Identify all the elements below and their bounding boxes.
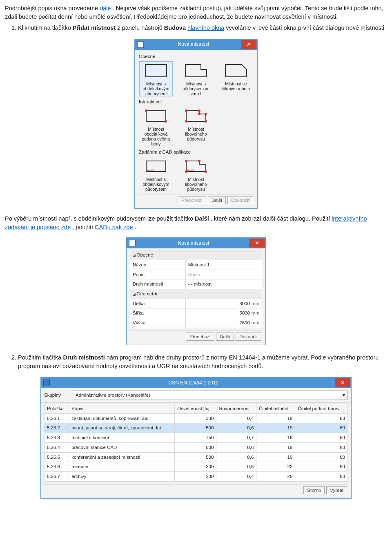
prop-desc-label: Popis — [130, 270, 186, 279]
table-row[interactable]: 5.26.3technické kreslení7500,71680 — [45, 433, 348, 443]
table-row[interactable]: 5.26.2psaní, psaní na stroji, čtení, zpr… — [45, 423, 348, 433]
dialog2-title: Nová místnost — [138, 240, 249, 247]
chevron-down-icon: ▾ — [343, 392, 345, 399]
col-desc[interactable]: Popis — [69, 404, 175, 414]
dialog-standard-rooms: ČSN EN 12464-1:2012 ✕ Skupiny Administra… — [40, 377, 352, 499]
dlg1-finish-button[interactable]: Dokončit — [227, 196, 253, 205]
intro-text-a: Podrobnější popis okna provedeme — [5, 5, 100, 11]
svg-point-3 — [165, 120, 167, 123]
mid-paragraph: Po výběru místnosti např. s obdélníkovým… — [5, 214, 387, 232]
table-row[interactable]: 5.26.7archivy2000,42580 — [45, 471, 348, 481]
svg-rect-0 — [145, 65, 167, 77]
col-lx[interactable]: Osvětlenost [lx] — [175, 404, 216, 414]
svg-point-7 — [205, 113, 207, 115]
col-rov[interactable]: Rovnoměrnost — [216, 404, 256, 414]
col-ugr[interactable]: Činitel oslnění — [256, 404, 295, 414]
svg-point-8 — [205, 120, 207, 123]
step1-link-main-window[interactable]: hlavního okna — [187, 25, 224, 31]
svg-point-5 — [198, 109, 200, 112]
dialog-new-room-shapes: Nová místnost ✕ Obecné Místnost s obdéln… — [134, 39, 258, 209]
prop-length-value[interactable]: 8000mm — [185, 299, 262, 308]
app-icon — [43, 380, 50, 386]
close-icon[interactable]: ✕ — [249, 239, 265, 248]
svg-point-9 — [185, 120, 187, 123]
svg-point-4 — [185, 109, 187, 112]
dialog-new-room-props: Nová místnost ✕ Obecné Název Místnost 1 … — [126, 237, 266, 345]
col-id[interactable]: Položka — [45, 404, 69, 414]
group-general[interactable]: Obecné — [130, 250, 262, 260]
dialog1-title: Nová místnost — [146, 41, 241, 48]
prop-desc-value[interactable]: Popis — [185, 270, 262, 279]
app-icon — [137, 41, 144, 48]
step-1: Kliknutím na tlačítko Přidat místnost z … — [18, 24, 387, 32]
svg-text:CAD: CAD — [187, 168, 194, 172]
intro-link-dale[interactable]: dále — [100, 5, 111, 11]
prop-height-value[interactable]: 2800mm — [185, 318, 262, 328]
shape-interactive-rect[interactable]: Místnost obdélníková zadaná dvěma body — [140, 107, 172, 146]
dlg3-select-button[interactable]: Vybrat — [326, 486, 347, 495]
col-ra[interactable]: Činitel podání barev — [295, 404, 348, 414]
app-icon — [129, 240, 136, 246]
step-2: Použitím tlačítka Druh místnosti nám pro… — [18, 353, 387, 371]
shape-cad-rect[interactable]: CAD Místnost s obdélníkovým půdorysem — [140, 157, 172, 192]
prop-kind-label: Druh místnosti — [130, 279, 186, 289]
intro-paragraph: Podrobnější popis okna provedeme dále . … — [5, 4, 387, 21]
svg-point-2 — [145, 109, 147, 112]
prop-kind-value[interactable]: - - místnost — [185, 279, 262, 289]
group-label: Skupiny — [44, 392, 69, 399]
prop-width-value[interactable]: 5000mm — [185, 308, 262, 318]
section-general: Obecné — [139, 53, 254, 60]
shape-rectangle[interactable]: Místnost s obdélníkovým půdorysem — [140, 62, 172, 96]
link-cad-input[interactable]: CADu pak zde — [95, 224, 133, 230]
svg-rect-1 — [146, 111, 166, 121]
svg-point-13 — [198, 160, 200, 162]
table-row[interactable]: 5.26.1zakládání dokumentů, kopírování at… — [45, 413, 348, 423]
svg-point-14 — [205, 170, 207, 173]
dlg1-prev-button[interactable]: Předchozí — [178, 196, 206, 205]
close-icon[interactable]: ✕ — [335, 378, 350, 387]
dlg2-next-button[interactable]: Další — [216, 333, 234, 341]
step1-panel-name: Budova — [164, 25, 186, 31]
dialog3-title: ČSN EN 12464-1:2012 — [52, 380, 335, 386]
close-icon[interactable]: ✕ — [241, 40, 256, 49]
dlg1-next-button[interactable]: Další — [208, 196, 226, 205]
shape-l[interactable]: Místnost s půdorysem ve tvaru L — [180, 62, 212, 96]
table-row[interactable]: 5.26.6recepce3000,62280 — [45, 462, 348, 472]
shape-cad-any[interactable]: CAD Místnost libovolného půdorysu — [180, 157, 212, 192]
group-select[interactable]: Administrativní prostory (Kanceláře) ▾ — [73, 391, 348, 400]
group-geometry[interactable]: Geometrie — [130, 289, 262, 299]
shape-interactive-any[interactable]: Místnost libovolného půdorysu — [180, 107, 212, 146]
table-row[interactable]: 5.26.4pracovní stanice CAD5000,61980 — [45, 442, 348, 452]
section-cad: Zadáním z CAD aplikace — [139, 149, 254, 156]
svg-text:CAD: CAD — [147, 168, 154, 172]
prop-length-label: Délka — [130, 299, 186, 308]
standards-table: Položka Popis Osvětlenost [lx] Rovnoměrn… — [44, 404, 348, 481]
svg-point-6 — [198, 113, 200, 115]
prop-name-label: Název — [130, 260, 186, 270]
step2-button-name: Druh místnosti — [63, 354, 105, 361]
mid-button-dalsi: Další — [195, 215, 209, 222]
prop-name-value[interactable]: Místnost 1 — [185, 260, 262, 270]
table-row[interactable]: 5.26.5konferenční a zasedací místnosti50… — [45, 452, 348, 462]
step1-button-name: Přidat místnost — [73, 25, 116, 31]
dlg3-cancel-button[interactable]: Storno — [303, 486, 325, 495]
section-interactive: Interaktivní — [139, 98, 254, 105]
prop-height-label: Výška — [130, 318, 186, 328]
prop-width-label: Šířka — [130, 308, 186, 318]
dlg2-prev-button[interactable]: Předchozí — [186, 333, 214, 341]
shape-slanted-corner[interactable]: Místnost se šikmým rohem — [220, 62, 252, 96]
dlg2-finish-button[interactable]: Dokončit — [236, 333, 261, 341]
svg-point-12 — [185, 160, 187, 162]
